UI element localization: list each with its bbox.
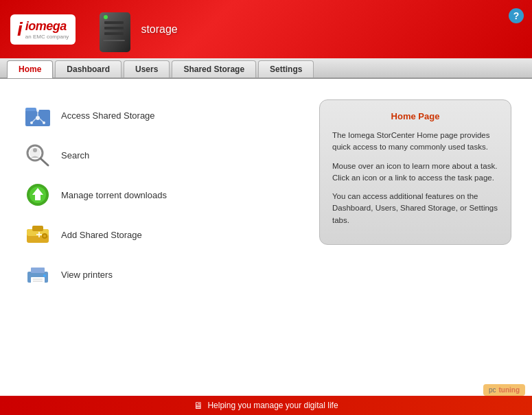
logo-iomega-group: iomega an EMC company [25,19,69,40]
view-printers-label: View printers [61,270,113,280]
watermark: pc tuning [483,384,525,396]
info-paragraph-1: The Iomega StorCenter Home page provides… [332,130,498,154]
svg-point-4 [104,15,108,19]
footer-icon: 🖥 [194,400,203,411]
svg-rect-30 [31,268,45,273]
torrent-icon [24,182,51,207]
svg-rect-5 [103,40,125,41]
svg-rect-3 [104,32,124,35]
svg-rect-7 [25,108,36,111]
nas-device-image [96,9,134,50]
tab-users[interactable]: Users [124,60,170,78]
svg-point-12 [30,121,33,124]
view-printers-item[interactable]: View printers [21,259,319,290]
logo-box: i iomega an EMC company [10,14,76,45]
manage-torrent-label: Manage torrent downloads [61,190,167,200]
footer: 🖥 Helping you manage your digital life [0,396,532,415]
svg-rect-1 [104,21,124,24]
svg-rect-28 [38,232,40,237]
device-label: storage [141,23,177,36]
add-storage-icon [24,222,51,247]
tab-shared-storage[interactable]: Shared Storage [172,60,256,78]
search-item[interactable]: Search [21,139,319,171]
manage-torrent-item[interactable]: Manage torrent downloads [21,179,319,211]
svg-point-10 [36,109,39,112]
add-shared-storage-item[interactable]: Add Shared Storage [21,219,319,250]
svg-rect-31 [31,277,45,284]
home-menu: Access Shared Storage Search [21,93,319,382]
add-shared-storage-label: Add Shared Storage [61,230,142,240]
header: i iomega an EMC company [0,0,532,58]
info-panel: Home Page The Iomega StorCenter Home pag… [319,99,511,245]
search-icon [24,143,51,167]
shared-storage-icon [24,103,51,128]
search-label: Search [61,150,89,161]
info-paragraph-2: Mouse over an icon to learn more about a… [332,161,498,185]
access-shared-storage-item[interactable]: Access Shared Storage [21,99,319,131]
svg-line-17 [41,158,48,165]
footer-text: Helping you manage your digital life [207,401,338,410]
svg-point-34 [43,274,46,277]
logo-i-letter: i [17,19,23,40]
access-shared-storage-label: Access Shared Storage [61,110,155,121]
svg-point-26 [43,235,46,237]
info-paragraph-3: You can access additional features on th… [332,191,498,226]
svg-point-18 [33,148,37,152]
svg-point-8 [36,116,40,120]
tab-dashboard[interactable]: Dashboard [55,60,122,78]
printer-icon [24,262,51,287]
tab-home[interactable]: Home [7,60,53,78]
svg-rect-2 [104,27,124,29]
svg-point-14 [43,121,45,124]
help-button[interactable]: ? [509,8,524,23]
svg-rect-24 [32,226,43,231]
main-content: Access Shared Storage Search [0,79,532,396]
info-panel-title: Home Page [332,111,498,121]
tab-bar: Home Dashboard Users Shared Storage Sett… [0,58,532,79]
logo-sub: an EMC company [25,34,69,40]
logo-brand: iomega [25,19,69,34]
tab-settings[interactable]: Settings [258,60,314,78]
logo-area: i iomega an EMC company [10,9,178,50]
